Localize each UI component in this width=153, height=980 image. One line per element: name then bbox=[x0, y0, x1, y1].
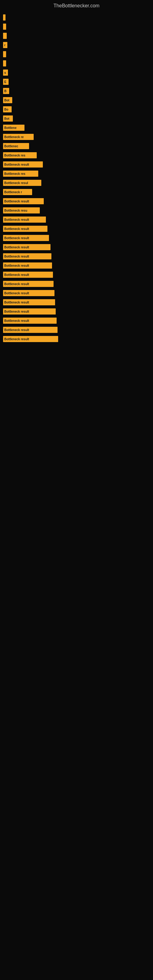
bar-label: Bottleneck result bbox=[4, 310, 29, 313]
bar-row: Bottleneck result bbox=[3, 197, 150, 205]
bar: Bot bbox=[3, 115, 13, 122]
bar-row: Bottleneck result bbox=[3, 243, 150, 251]
bar-label: Bottleneck res bbox=[4, 154, 26, 157]
bar: Bottleneck res bbox=[3, 152, 37, 158]
bar: Bottleneck result bbox=[3, 318, 57, 324]
bar: Bottleneck result bbox=[3, 281, 54, 287]
bar-row bbox=[3, 59, 150, 68]
bar-row: Bottleneck result bbox=[3, 280, 150, 288]
bar: Bot bbox=[3, 97, 12, 103]
bar-label: Bottleneck result bbox=[4, 301, 29, 304]
bar-row: Bottleneck res bbox=[3, 169, 150, 178]
bar-label: Bottleneck r bbox=[4, 191, 22, 194]
bar: Bottleneck result bbox=[3, 244, 51, 250]
bar-label: Bottleneck resul bbox=[4, 181, 28, 185]
bar-label: Bot bbox=[4, 99, 10, 102]
bar-row: Bottleneck result bbox=[3, 298, 150, 307]
bar-label: Bottleneck result bbox=[4, 255, 29, 258]
bar: Bottleneck result bbox=[3, 226, 48, 232]
bar bbox=[3, 33, 7, 39]
bar-row: Bottleneck r bbox=[3, 188, 150, 196]
bar-label: Bottleneck result bbox=[4, 291, 29, 295]
bar: Bottleneck result bbox=[3, 198, 44, 204]
bar-label: Bottleneck result bbox=[4, 264, 29, 267]
bar-label: Bottleneck result bbox=[4, 273, 29, 277]
bar bbox=[3, 51, 6, 57]
bar: Bottleneck result bbox=[3, 272, 53, 278]
bar: Bottleneck result bbox=[3, 290, 54, 296]
bar-row: Bottleneck result bbox=[3, 224, 150, 233]
bar-label: Bottlenec bbox=[4, 145, 18, 148]
bar: Bottleneck result bbox=[3, 336, 58, 342]
bar-row: Bottlene bbox=[3, 123, 150, 132]
bar-label: Bottleneck result bbox=[4, 282, 29, 286]
bar-label: s bbox=[4, 71, 6, 75]
bar-label: Bottleneck re bbox=[4, 135, 24, 139]
bar-label: Bottleneck resu bbox=[4, 209, 27, 212]
bar-label: Bottleneck result bbox=[4, 337, 29, 341]
bar-label: Bottleneck result bbox=[4, 236, 29, 240]
bar: s bbox=[3, 70, 8, 76]
bars-container: rsEBBotBoBotBottleneBottleneck reBottlen… bbox=[0, 10, 153, 347]
bar: B bbox=[3, 88, 9, 94]
bar-row: Bottleneck result bbox=[3, 160, 150, 169]
bar-label: Bottleneck result bbox=[4, 218, 29, 221]
bar: Bottleneck resu bbox=[3, 207, 40, 213]
bar-row: Bottleneck re bbox=[3, 133, 150, 141]
bar-row: Bottleneck result bbox=[3, 234, 150, 242]
bar-row bbox=[3, 13, 150, 22]
bar-row: E bbox=[3, 78, 150, 86]
bar: Bottleneck res bbox=[3, 170, 38, 177]
bar-row: Bottleneck result bbox=[3, 215, 150, 224]
bar-row: Bot bbox=[3, 114, 150, 123]
bar-row: Bottleneck result bbox=[3, 289, 150, 298]
bar-row: Bottleneck result bbox=[3, 307, 150, 316]
bar: Bottleneck r bbox=[3, 189, 32, 195]
bar-row: Bottleneck resu bbox=[3, 206, 150, 215]
bar-label: Bottleneck result bbox=[4, 319, 29, 323]
bar-label: Bottleneck res bbox=[4, 172, 26, 175]
bar: Bottleneck resul bbox=[3, 180, 41, 186]
bar-row: B bbox=[3, 87, 150, 95]
bar: Bottleneck result bbox=[3, 235, 49, 241]
bar-row bbox=[3, 50, 150, 59]
bar-label: Bottleneck result bbox=[4, 200, 29, 203]
bar-label: Bo bbox=[4, 108, 8, 111]
bar: Bo bbox=[3, 106, 12, 112]
bar-row bbox=[3, 22, 150, 31]
bar-row: Bottleneck result bbox=[3, 261, 150, 270]
bar-row: Bottleneck result bbox=[3, 270, 150, 279]
bar: E bbox=[3, 79, 9, 85]
bar-label: Bottleneck result bbox=[4, 227, 29, 231]
bar-label: Bottlene bbox=[4, 126, 16, 130]
bar-row: Bottleneck res bbox=[3, 151, 150, 159]
bar: Bottleneck result bbox=[3, 253, 51, 259]
bar-row: Bottleneck result bbox=[3, 326, 150, 334]
bar bbox=[3, 60, 6, 67]
bar-row: r bbox=[3, 41, 150, 49]
bar: Bottlenec bbox=[3, 143, 29, 149]
bar-row: Bottleneck resul bbox=[3, 178, 150, 187]
bar: Bottleneck result bbox=[3, 161, 43, 167]
bar-row: Bo bbox=[3, 105, 150, 114]
bar-row: Bottleneck result bbox=[3, 252, 150, 261]
bar-label: B bbox=[4, 89, 6, 93]
bar: Bottleneck result bbox=[3, 309, 56, 315]
bar: r bbox=[3, 42, 7, 48]
bar: Bottleneck result bbox=[3, 262, 52, 269]
bar: Bottleneck result bbox=[3, 299, 55, 305]
bar-row: Bot bbox=[3, 96, 150, 105]
bar-label: r bbox=[4, 43, 5, 47]
bar: Bottleneck result bbox=[3, 216, 46, 223]
bar bbox=[3, 14, 5, 21]
bar-row: Bottlenec bbox=[3, 142, 150, 150]
bar-label: E bbox=[4, 80, 6, 84]
site-title: TheBottlenecker.com bbox=[0, 0, 153, 10]
bar-row: s bbox=[3, 68, 150, 77]
bar-row: Bottleneck result bbox=[3, 335, 150, 343]
bar-label: Bottleneck result bbox=[4, 246, 29, 249]
bar-label: Bottleneck result bbox=[4, 163, 29, 166]
bar bbox=[3, 24, 6, 30]
bar: Bottleneck re bbox=[3, 134, 33, 140]
bar-label: Bottleneck result bbox=[4, 328, 29, 332]
